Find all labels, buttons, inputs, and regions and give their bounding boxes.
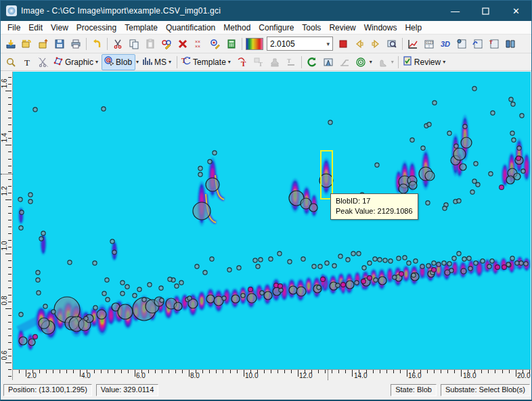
close-image-button[interactable] bbox=[35, 37, 51, 51]
point-marker bbox=[491, 111, 495, 115]
inspect-blob-button[interactable] bbox=[207, 37, 223, 51]
point-marker bbox=[317, 285, 321, 289]
zoom-tool-button[interactable] bbox=[3, 55, 19, 70]
save-button[interactable] bbox=[51, 37, 68, 51]
grab-hand-button[interactable] bbox=[374, 55, 391, 70]
point-marker bbox=[43, 304, 47, 308]
menu-view[interactable]: View bbox=[47, 22, 72, 34]
target-button[interactable] bbox=[353, 55, 369, 70]
point-marker bbox=[227, 268, 231, 272]
template-tool-button[interactable]: T Template ▾ bbox=[179, 55, 234, 70]
blob-marker bbox=[296, 287, 306, 296]
annotate-image-button[interactable] bbox=[320, 55, 336, 70]
apply-template-button[interactable]: T bbox=[250, 55, 267, 70]
cut-button[interactable] bbox=[110, 37, 126, 51]
y-tick-label: 0.8 bbox=[1, 293, 8, 309]
paste-button[interactable] bbox=[142, 37, 158, 51]
point-marker bbox=[375, 163, 379, 167]
point-marker bbox=[279, 288, 283, 292]
y-tick-label: 1.2 bbox=[1, 183, 8, 199]
forward-button[interactable] bbox=[368, 37, 384, 51]
import-image-button[interactable] bbox=[3, 37, 19, 51]
graphic-tool-button[interactable]: Graphic ▾ bbox=[51, 55, 102, 70]
menu-configure[interactable]: Configure bbox=[254, 22, 298, 34]
menu-tools[interactable]: Tools bbox=[298, 22, 325, 34]
blob-table-button[interactable] bbox=[453, 37, 470, 51]
three-d-button[interactable]: 3D bbox=[437, 37, 453, 51]
svg-text:T: T bbox=[287, 57, 291, 64]
copy-template-button[interactable]: T bbox=[234, 55, 250, 70]
point-marker bbox=[524, 262, 528, 266]
point-marker bbox=[269, 257, 273, 261]
blob-tool-caret[interactable]: ▾ bbox=[136, 59, 139, 65]
back-button[interactable] bbox=[351, 37, 368, 51]
calculator-button[interactable] bbox=[223, 37, 240, 51]
transform-button[interactable] bbox=[336, 55, 353, 70]
y-tick-label: 1.4 bbox=[1, 130, 8, 146]
stamp-template-button[interactable] bbox=[267, 55, 283, 70]
point-marker bbox=[357, 252, 361, 256]
pink-point-marker bbox=[495, 265, 500, 270]
menu-edit[interactable]: Edit bbox=[24, 22, 47, 34]
point-marker bbox=[36, 270, 40, 275]
menu-quantification[interactable]: Quantification bbox=[162, 22, 219, 34]
menu-processing[interactable]: Processing bbox=[72, 22, 120, 34]
point-marker bbox=[414, 259, 418, 263]
point-marker bbox=[427, 122, 431, 126]
colormap-button[interactable] bbox=[246, 38, 263, 50]
print-button[interactable] bbox=[68, 37, 84, 51]
value-combobox[interactable]: 2.0105 ▾ bbox=[267, 37, 333, 51]
x-tick-label: 6.0 bbox=[136, 372, 146, 379]
menu-review[interactable]: Review bbox=[325, 22, 359, 34]
blob-marker bbox=[399, 184, 408, 193]
menu-file[interactable]: File bbox=[3, 22, 24, 34]
delete-button[interactable] bbox=[175, 37, 191, 51]
text-tool-button[interactable]: T bbox=[19, 55, 35, 70]
point-marker bbox=[474, 162, 478, 166]
grab-hand-caret[interactable]: ▾ bbox=[391, 59, 394, 65]
cycle-colors-button[interactable] bbox=[304, 55, 320, 70]
edit-blobs-button[interactable] bbox=[158, 37, 175, 51]
open-button[interactable] bbox=[19, 37, 35, 51]
point-marker bbox=[433, 101, 437, 105]
menu-template[interactable]: Template bbox=[120, 22, 162, 34]
x-axis-ruler: 2.04.06.08.010.012.014.016.018.020.0 bbox=[13, 369, 531, 380]
point-marker bbox=[509, 97, 513, 101]
compare-images-button[interactable] bbox=[502, 37, 518, 51]
target-caret[interactable]: ▾ bbox=[370, 59, 372, 65]
ms-table-button[interactable] bbox=[470, 37, 486, 51]
copy-button[interactable] bbox=[126, 37, 142, 51]
point-marker bbox=[110, 239, 114, 243]
delete-all-button[interactable]: ×××× bbox=[191, 37, 207, 51]
point-marker bbox=[338, 254, 342, 258]
blob-tool-button[interactable]: Blob bbox=[102, 54, 135, 70]
point-marker bbox=[336, 283, 340, 287]
template-table-button[interactable]: T bbox=[486, 37, 502, 51]
chevron-down-icon: ▾ bbox=[443, 59, 445, 65]
zoom-window-button[interactable] bbox=[384, 37, 400, 51]
point-marker bbox=[20, 210, 24, 214]
stop-button[interactable] bbox=[335, 37, 351, 51]
menu-method[interactable]: Method bbox=[219, 22, 254, 34]
maximize-button[interactable] bbox=[470, 1, 501, 21]
baseline-tool-button[interactable]: T bbox=[283, 55, 299, 70]
point-marker bbox=[378, 258, 382, 262]
ms-tool-button[interactable]: MS ▾ bbox=[141, 55, 175, 70]
undo-button[interactable] bbox=[89, 37, 105, 51]
svg-text:××: ×× bbox=[195, 39, 200, 44]
menu-help[interactable]: Help bbox=[401, 22, 426, 34]
graph-button[interactable] bbox=[405, 37, 421, 51]
chromatogram-plot[interactable]: BlobID: 17 Peak Value: 2129.1086 bbox=[13, 72, 531, 369]
close-button[interactable]: ✕ bbox=[501, 1, 531, 21]
pink-point-marker bbox=[278, 284, 283, 289]
point-marker bbox=[120, 291, 125, 296]
review-tool-button[interactable]: Review ▾ bbox=[401, 55, 449, 70]
point-marker bbox=[521, 169, 525, 173]
minimize-button[interactable]: — bbox=[440, 1, 470, 21]
delete-graphic-button[interactable] bbox=[35, 55, 51, 70]
point-marker bbox=[160, 298, 164, 302]
data-table-button[interactable]: 0123 bbox=[421, 37, 437, 51]
y-position-marker bbox=[1, 174, 13, 174]
menu-windows[interactable]: Windows bbox=[360, 22, 401, 34]
pink-point-marker bbox=[33, 335, 38, 339]
